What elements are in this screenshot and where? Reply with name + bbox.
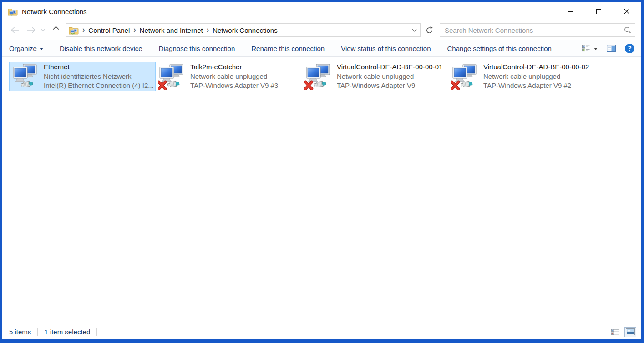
organize-button[interactable]: Organize [9,45,43,52]
toolbar-command[interactable]: View status of this connection [341,45,431,52]
connection-device: Intel(R) Ethernet Connection (4) I2... [44,81,153,91]
toolbar-commands: Disable this network deviceDiagnose this… [60,45,568,52]
minimize-icon [568,11,573,11]
back-arrow-icon [10,26,20,34]
connection-info: Talk2m-eCatcher Network cable unplugged … [190,62,278,91]
breadcrumb-item[interactable]: Network Connections [213,26,278,34]
breadcrumb-item[interactable]: Control Panel [88,26,130,34]
network-folder-icon [8,7,18,16]
connection-tile[interactable]: VirtualControl-DE-AD-BE-00-00-01 Network… [302,62,449,91]
connection-status: Network cable unplugged [337,72,442,82]
network-connections-window: Network Connections [2,2,641,339]
back-button[interactable] [8,23,22,37]
selection-count: 1 item selected [44,328,90,336]
preview-pane-button[interactable] [607,45,616,52]
details-view-button[interactable] [609,327,621,337]
change-view-button[interactable] [582,45,598,52]
forward-button[interactable] [25,23,38,37]
network-adapter-icon [451,63,478,90]
connection-name: VirtualControl-DE-AD-BE-00-00-02 [483,62,589,72]
close-icon [624,9,629,14]
search-input[interactable] [445,26,624,34]
search-box [440,23,635,37]
views-icon [582,45,590,52]
search-icon[interactable] [624,26,631,34]
connection-name: Ethernet [44,62,153,72]
status-bar: 5 items 1 item selected [2,324,641,339]
unplugged-x-icon [159,82,165,89]
connection-device: TAP-Windows Adapter V9 [337,81,442,91]
forward-arrow-icon [26,26,36,34]
large-icons-view-button[interactable] [624,327,636,337]
large-icons-view-icon [626,328,635,335]
help-button[interactable]: ? [625,44,634,53]
statusbar-divider [96,328,97,336]
unplugged-x-icon [452,82,458,89]
toolbar-right-icons: ? [582,44,634,53]
caret-down-icon [594,48,598,50]
refresh-button[interactable] [422,23,436,37]
address-bar[interactable]: ›Control Panel›Network and Internet›Netw… [66,23,421,37]
maximize-icon [596,9,601,14]
statusbar-divider [37,328,38,336]
toolbar-command[interactable]: Rename this connection [251,45,325,52]
connection-status: Network cable unplugged [483,72,589,82]
chevron-down-icon [412,27,416,31]
connection-status: Network cable unplugged [190,72,278,82]
network-adapter-icon [11,63,39,90]
chevron-down-icon [41,28,46,32]
unplugged-x-icon [305,82,312,89]
connection-name: Talk2m-eCatcher [190,62,278,72]
details-view-icon [611,329,619,335]
connection-device: TAP-Windows Adapter V9 #2 [483,81,589,91]
connection-tile[interactable]: Ethernet Nicht identifiziertes Netzwerk … [9,62,156,91]
connection-device: TAP-Windows Adapter V9 #3 [190,81,278,91]
preview-pane-icon [607,45,616,52]
minimize-button[interactable] [556,2,584,20]
address-location-icon [69,26,79,34]
caret-down-icon [40,48,43,50]
connection-name: VirtualControl-DE-AD-BE-00-00-01 [337,62,442,72]
breadcrumb-item[interactable]: Network and Internet [140,26,203,34]
help-icon: ? [628,45,632,52]
close-button[interactable] [613,2,641,20]
breadcrumb-separator-icon: › [133,26,136,35]
toolbar-command[interactable]: Diagnose this connection [159,45,235,52]
up-arrow-icon [52,26,60,35]
network-adapter-icon [304,63,332,90]
statusbar-view-toggles [609,327,636,337]
title-bar: Network Connections [2,2,641,20]
connection-info: VirtualControl-DE-AD-BE-00-00-01 Network… [337,62,442,91]
breadcrumb-separator-icon: › [207,26,209,35]
breadcrumb: ›Control Panel›Network and Internet›Netw… [79,26,278,34]
navigation-bar: ›Control Panel›Network and Internet›Netw… [2,20,641,40]
connection-info: VirtualControl-DE-AD-BE-00-00-02 Network… [483,62,589,91]
breadcrumb-separator-icon: › [82,26,85,35]
refresh-icon [426,26,433,34]
address-dropdown-button[interactable] [408,24,420,36]
connection-status: Nicht identifiziertes Netzwerk [44,72,153,82]
window-title: Network Connections [22,8,87,15]
maximize-button[interactable] [584,2,613,20]
connection-info: Ethernet Nicht identifiziertes Netzwerk … [44,62,153,91]
toolbar-command[interactable]: Change settings of this connection [447,45,552,52]
items-count: 5 items [9,328,31,336]
recent-locations-button[interactable] [38,23,47,37]
connection-tile[interactable]: Talk2m-eCatcher Network cable unplugged … [156,62,302,91]
connections-list: Ethernet Nicht identifiziertes Netzwerk … [2,57,641,324]
up-button[interactable] [49,23,63,37]
window-controls [556,2,641,20]
network-adapter-icon [158,63,185,90]
organize-label: Organize [9,45,37,52]
command-toolbar: Organize Disable this network deviceDiag… [2,40,641,57]
toolbar-command[interactable]: Disable this network device [60,45,142,52]
connection-tile[interactable]: VirtualControl-DE-AD-BE-00-00-02 Network… [449,62,595,91]
